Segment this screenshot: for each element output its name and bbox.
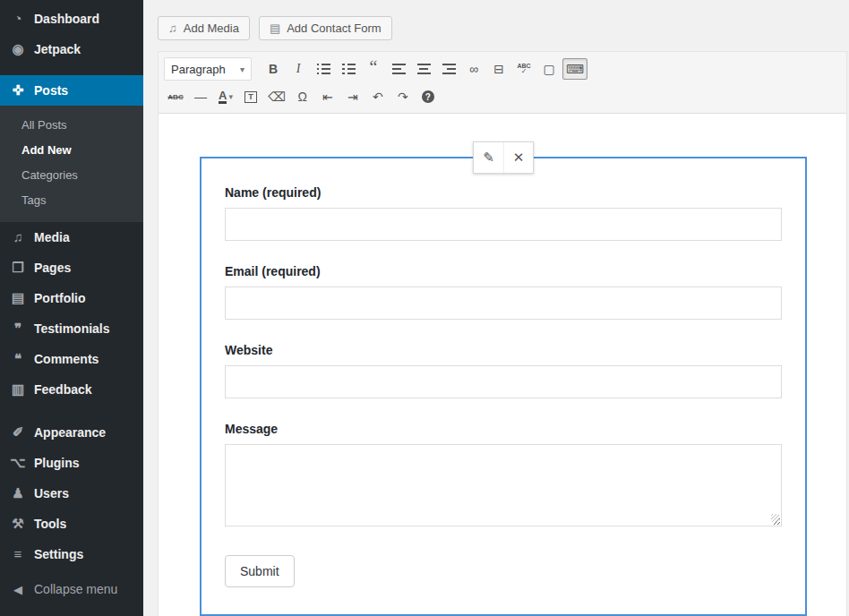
testimonials-icon: ❞ xyxy=(10,321,26,337)
align-left-button[interactable] xyxy=(387,58,410,80)
add-contact-form-button[interactable]: ▤ Add Contact Form xyxy=(259,16,392,40)
paragraph-format-select[interactable]: Paragraph ▾ xyxy=(164,57,252,81)
paste-as-text-button[interactable]: T xyxy=(239,86,262,107)
pages-icon: ❐ xyxy=(10,260,26,276)
sidebar-item-label: Settings xyxy=(34,546,83,562)
edit-form-button[interactable]: ✎ xyxy=(474,142,503,173)
contact-form-block-toolbar: ✎ ✕ xyxy=(473,141,534,174)
more-tag-button[interactable]: ⊟ xyxy=(487,58,510,80)
undo-button[interactable]: ↶ xyxy=(366,86,390,107)
sidebar-item-settings[interactable]: ≡ Settings xyxy=(0,539,143,569)
menu-separator xyxy=(0,64,143,75)
chevron-down-icon: ▾ xyxy=(228,92,233,101)
align-center-icon xyxy=(417,64,431,74)
toolbar-toggle-button[interactable]: ⌨ xyxy=(562,58,587,80)
strikethrough-button[interactable]: ABC xyxy=(164,86,187,107)
toolbar-row-1: Paragraph ▾ B I “ ∞ ⊟ ABC xyxy=(162,55,843,83)
sidebar-item-collapse-menu[interactable]: ◀ Collapse menu xyxy=(0,575,143,603)
media-icon: ♫ xyxy=(10,229,26,245)
collapse-label: Collapse menu xyxy=(34,582,117,596)
submenu-item-add-new[interactable]: Add New xyxy=(0,138,143,163)
plugins-icon: ⌥ xyxy=(10,455,26,471)
sidebar-item-feedback[interactable]: ▥ Feedback xyxy=(0,374,143,405)
users-icon: ♟ xyxy=(10,485,26,501)
add-contact-form-label: Add Contact Form xyxy=(287,21,382,35)
editor-content-area[interactable]: ✎ ✕ Name (required) Email (required) Web… xyxy=(159,114,846,616)
sidebar-item-tools[interactable]: ⚒ Tools xyxy=(0,509,143,539)
menu-separator xyxy=(0,405,143,417)
special-character-button[interactable]: Ω xyxy=(291,86,314,107)
sidebar-item-comments[interactable]: ❝ Comments xyxy=(0,344,143,374)
sidebar-item-pages[interactable]: ❐ Pages xyxy=(0,252,143,283)
bold-button[interactable]: B xyxy=(262,58,285,80)
clear-formatting-button[interactable]: ⌫ xyxy=(264,86,289,107)
submenu-item-tags[interactable]: Tags xyxy=(0,188,143,213)
name-input[interactable] xyxy=(225,208,782,241)
spellcheck-icon: ABC ✓ xyxy=(517,63,530,75)
sidebar-item-appearance[interactable]: ✐ Appearance xyxy=(0,417,143,448)
spellcheck-button[interactable]: ABC ✓ xyxy=(512,58,536,80)
italic-icon: I xyxy=(296,62,301,76)
comments-icon: ❝ xyxy=(10,351,26,367)
chevron-down-icon: ▾ xyxy=(240,64,244,74)
align-right-icon xyxy=(442,64,456,74)
sidebar-item-label: Posts xyxy=(34,82,68,98)
more-tag-icon: ⊟ xyxy=(493,62,504,76)
bulleted-list-button[interactable] xyxy=(312,58,335,80)
blockquote-button[interactable]: “ xyxy=(362,58,385,80)
sidebar-item-label: Jetpack xyxy=(34,41,81,57)
horizontal-rule-button[interactable]: — xyxy=(189,86,212,107)
indent-button[interactable]: ⇥ xyxy=(341,86,364,107)
sidebar-item-plugins[interactable]: ⌥ Plugins xyxy=(0,448,143,478)
submenu-item-categories[interactable]: Categories xyxy=(0,163,143,188)
resize-handle[interactable] xyxy=(771,514,779,522)
wordpress-admin: ◔ Dashboard ◉ Jetpack ✜ Posts All Posts … xyxy=(0,0,849,616)
align-right-button[interactable] xyxy=(437,58,460,80)
media-buttons-row: ♫ Add Media ▤ Add Contact Form xyxy=(158,16,847,40)
website-input[interactable] xyxy=(225,365,782,398)
sidebar-item-label: Tools xyxy=(34,516,66,532)
submenu-item-all-posts[interactable]: All Posts xyxy=(0,113,143,138)
sidebar-item-label: Testimonials xyxy=(34,321,110,337)
message-textarea[interactable] xyxy=(225,444,782,526)
sidebar-item-portfolio[interactable]: ▤ Portfolio xyxy=(0,283,143,313)
pencil-icon: ✎ xyxy=(483,150,494,166)
link-icon: ∞ xyxy=(469,62,478,76)
remove-form-button[interactable]: ✕ xyxy=(503,142,533,173)
fullscreen-icon: ▢ xyxy=(543,62,554,76)
sidebar-item-jetpack[interactable]: ◉ Jetpack xyxy=(0,34,143,64)
italic-button[interactable]: I xyxy=(287,58,310,80)
sidebar-item-label: Appearance xyxy=(34,424,106,441)
dashboard-icon: ◔ xyxy=(10,11,26,27)
blockquote-icon: “ xyxy=(370,64,378,74)
help-button[interactable]: ? xyxy=(416,86,440,107)
sidebar-item-users[interactable]: ♟ Users xyxy=(0,478,143,509)
link-button[interactable]: ∞ xyxy=(462,58,485,80)
sidebar-item-testimonials[interactable]: ❞ Testimonials xyxy=(0,313,143,344)
editor-toolbar: Paragraph ▾ B I “ ∞ ⊟ ABC xyxy=(159,52,846,114)
omega-icon: Ω xyxy=(298,90,307,104)
contact-form-block[interactable]: ✎ ✕ Name (required) Email (required) Web… xyxy=(200,157,807,616)
posts-icon: ✜ xyxy=(10,82,26,98)
sidebar-item-label: Pages xyxy=(34,260,71,276)
numbered-list-button[interactable] xyxy=(337,58,360,80)
help-icon: ? xyxy=(422,90,434,103)
numbered-list-icon xyxy=(342,64,356,74)
redo-button[interactable]: ↷ xyxy=(391,86,415,107)
fullscreen-button[interactable]: ▢ xyxy=(537,58,561,80)
sidebar-item-posts[interactable]: ✜ Posts xyxy=(0,75,143,106)
media-icon: ♫ xyxy=(168,21,177,35)
jetpack-icon: ◉ xyxy=(10,41,26,57)
add-media-button[interactable]: ♫ Add Media xyxy=(158,16,250,40)
sidebar-item-dashboard[interactable]: ◔ Dashboard xyxy=(0,4,143,34)
outdent-icon: ⇤ xyxy=(322,90,333,104)
align-center-button[interactable] xyxy=(412,58,435,80)
sidebar-item-label: Feedback xyxy=(34,381,92,398)
text-color-button[interactable]: A ▾ xyxy=(214,86,237,107)
outdent-button[interactable]: ⇤ xyxy=(316,86,339,107)
close-icon: ✕ xyxy=(513,150,525,166)
email-input[interactable] xyxy=(225,287,782,320)
eraser-icon: ⌫ xyxy=(268,90,286,104)
sidebar-item-media[interactable]: ♫ Media xyxy=(0,222,143,252)
submit-button[interactable]: Submit xyxy=(225,555,295,587)
